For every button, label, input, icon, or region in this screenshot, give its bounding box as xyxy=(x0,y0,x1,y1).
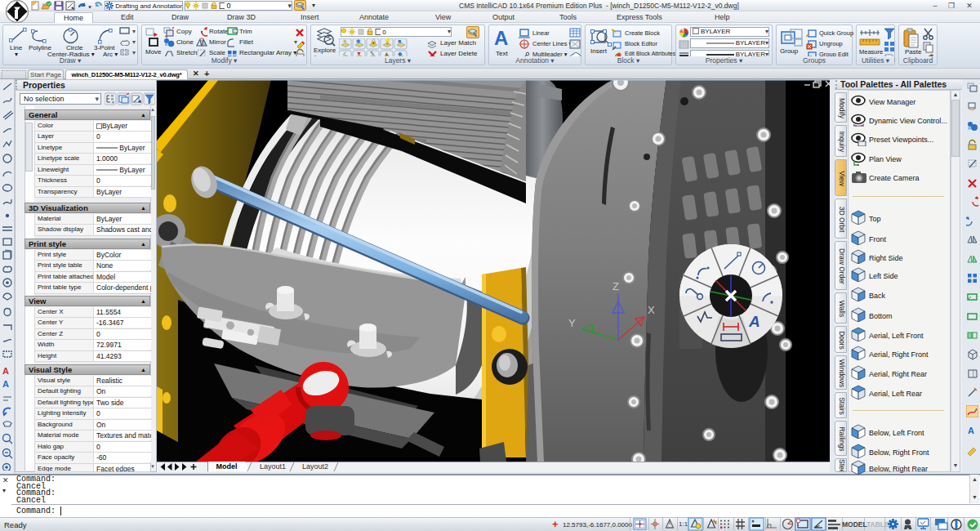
svg-text:✱: ✱ xyxy=(356,38,361,44)
svg-text:▼: ▼ xyxy=(356,51,362,56)
svg-text:🔒: 🔒 xyxy=(370,38,377,45)
svg-text:A: A xyxy=(748,313,760,330)
svg-text:Z: Z xyxy=(612,280,619,292)
svg-text:X: X xyxy=(648,304,655,316)
svg-text:Y: Y xyxy=(568,317,576,329)
svg-text:A: A xyxy=(2,366,9,376)
svg-text:✓: ✓ xyxy=(342,51,347,56)
svg-text:💡: 💡 xyxy=(384,38,391,45)
svg-text:A: A xyxy=(2,379,9,389)
svg-text:◆: ◆ xyxy=(398,51,403,56)
svg-text:☀: ☀ xyxy=(342,38,347,44)
svg-text:✎: ✎ xyxy=(370,51,375,56)
svg-text:■: ■ xyxy=(398,38,401,44)
svg-text:A: A xyxy=(968,426,974,435)
svg-text:MODEL: MODEL xyxy=(842,520,867,529)
svg-text:▲: ▲ xyxy=(384,51,390,56)
svg-text:1:1: 1:1 xyxy=(679,520,688,528)
